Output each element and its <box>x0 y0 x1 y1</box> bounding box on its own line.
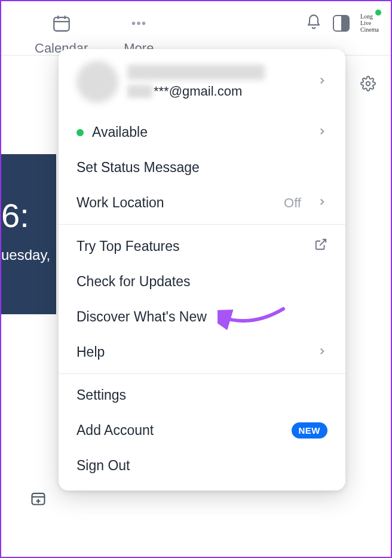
profile-name-redacted <box>127 65 265 80</box>
external-link-icon <box>314 238 327 255</box>
new-badge: NEW <box>292 422 328 439</box>
status-available-item[interactable]: Available <box>59 115 345 150</box>
divider <box>59 224 345 225</box>
set-status-message-item[interactable]: Set Status Message <box>59 150 345 185</box>
menu-label: Discover What's New <box>76 309 327 325</box>
profile-dropdown: ***@gmail.com Available Set Status Messa… <box>59 49 345 490</box>
clock-day: uesday, <box>1 247 56 263</box>
clock-time: 6: <box>1 196 56 235</box>
gear-icon[interactable] <box>360 76 376 94</box>
bell-icon[interactable] <box>305 14 322 33</box>
chevron-right-icon <box>317 124 327 140</box>
panel-toggle-icon[interactable] <box>333 15 350 32</box>
help-item[interactable]: Help <box>59 335 345 370</box>
menu-label: Check for Updates <box>76 274 327 290</box>
menu-label: Help <box>76 344 308 360</box>
svg-point-5 <box>137 22 141 25</box>
add-account-item[interactable]: Add Account NEW <box>59 413 345 448</box>
status-dot-icon <box>76 129 84 136</box>
check-for-updates-item[interactable]: Check for Updates <box>59 264 345 299</box>
calendar-icon <box>51 13 72 36</box>
menu-label: Try Top Features <box>76 238 306 255</box>
add-calendar-icon[interactable] <box>30 490 47 509</box>
svg-point-7 <box>366 82 370 86</box>
work-location-item[interactable]: Work Location Off <box>59 185 345 220</box>
calendar-background: 6: uesday, <box>1 154 56 314</box>
divider <box>59 373 345 374</box>
try-top-features-item[interactable]: Try Top Features <box>59 228 345 264</box>
presence-dot-icon <box>375 10 381 16</box>
chevron-right-icon <box>317 195 327 211</box>
settings-item[interactable]: Settings <box>59 378 345 413</box>
chevron-right-icon <box>317 344 327 360</box>
svg-rect-0 <box>54 17 69 31</box>
menu-label: Settings <box>76 387 327 403</box>
menu-label: Set Status Message <box>76 160 327 176</box>
chevron-right-icon <box>317 75 327 88</box>
menu-label: Available <box>92 124 308 140</box>
sign-out-item[interactable]: Sign Out <box>59 448 345 490</box>
more-icon <box>128 13 149 36</box>
menu-label: Add Account <box>76 422 283 439</box>
profile-info: ***@gmail.com <box>127 65 308 99</box>
menu-label: Work Location <box>76 195 275 211</box>
svg-line-12 <box>320 240 326 246</box>
email-prefix-redacted <box>127 85 152 98</box>
avatar <box>76 61 118 103</box>
menu-label: Sign Out <box>76 458 327 474</box>
profile-email: ***@gmail.com <box>127 84 308 99</box>
discover-whats-new-item[interactable]: Discover What's New <box>59 299 345 335</box>
account-logo[interactable]: Long Live Cinema <box>360 13 379 33</box>
work-location-value: Off <box>284 195 301 211</box>
svg-point-6 <box>142 22 146 25</box>
profile-section[interactable]: ***@gmail.com <box>59 49 345 115</box>
top-right-controls: Long Live Cinema <box>305 13 379 33</box>
svg-point-4 <box>132 22 136 25</box>
